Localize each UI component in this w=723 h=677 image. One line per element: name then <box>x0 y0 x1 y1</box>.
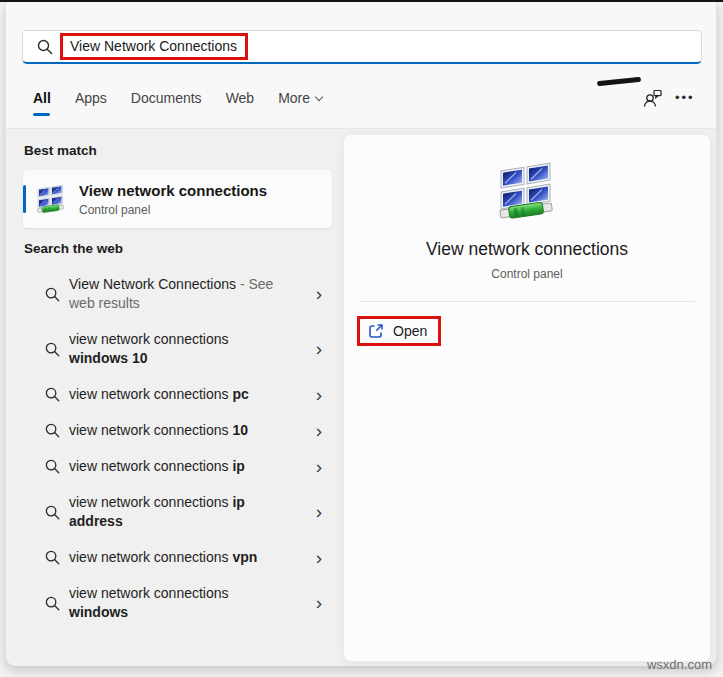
chevron-right-icon: › <box>316 424 322 438</box>
search-suggestion-row-2[interactable]: view network connections pc › <box>24 381 332 408</box>
results-area: Best match View network connections Cont… <box>6 128 716 666</box>
search-suggestion-row-7[interactable]: view network connectionswindows › <box>24 580 332 626</box>
search-suggestion-row-3[interactable]: view network connections 10 › <box>24 417 332 444</box>
chevron-right-icon: › <box>316 505 322 519</box>
suggestion-text: view network connectionswindows 10 <box>69 330 291 368</box>
search-icon <box>44 386 61 403</box>
windows-search-panel: View Network Connections All Apps Docume… <box>0 0 723 677</box>
search-web-list: View Network Connections - Seeweb result… <box>24 271 332 635</box>
tab-more[interactable]: More <box>278 90 323 116</box>
chevron-right-icon: › <box>316 342 322 356</box>
open-button[interactable]: Open <box>357 316 441 346</box>
search-icon <box>36 38 54 56</box>
search-suggestion-row-4[interactable]: view network connections ip › <box>24 453 332 480</box>
suggestion-text: view network connections ipaddress <box>69 493 291 531</box>
best-match-title: View network connections <box>79 182 267 200</box>
search-icon <box>44 549 61 566</box>
selection-accent-bar <box>23 185 26 213</box>
suggestion-text: View Network Connections - Seeweb result… <box>69 275 291 313</box>
search-suggestion-row-5[interactable]: view network connections ipaddress › <box>24 489 332 535</box>
suggestion-text: view network connections pc <box>69 385 291 404</box>
chevron-right-icon: › <box>316 388 322 402</box>
more-options-icon[interactable]: ••• <box>675 90 695 105</box>
tab-documents[interactable]: Documents <box>131 90 202 116</box>
external-link-icon <box>368 323 384 339</box>
suggestion-text: view network connections 10 <box>69 421 291 440</box>
suggestion-text: view network connectionswindows <box>69 584 291 622</box>
search-suggestion-row-6[interactable]: view network connections vpn › <box>24 544 332 571</box>
watermark: wsxdn.com <box>647 657 712 672</box>
chevron-right-icon: › <box>316 551 322 565</box>
tab-apps[interactable]: Apps <box>75 90 107 116</box>
preview-divider <box>359 301 695 302</box>
chevron-right-icon: › <box>316 596 322 610</box>
search-icon <box>44 458 61 475</box>
preview-actions: Open <box>357 316 441 346</box>
open-button-label: Open <box>393 323 427 339</box>
search-flyout-window: View Network Connections All Apps Docume… <box>5 2 717 666</box>
best-match-subtitle: Control panel <box>79 203 267 217</box>
tab-web[interactable]: Web <box>226 90 255 116</box>
chevron-right-icon: › <box>316 460 322 474</box>
search-suggestion-row-1[interactable]: view network connectionswindows 10 › <box>24 326 332 372</box>
tab-all[interactable]: All <box>33 90 51 116</box>
search-icon <box>44 504 61 521</box>
suggestion-text: view network connections vpn <box>69 548 291 567</box>
active-tab-underline <box>33 113 50 116</box>
result-preview-card: View network connections Control panel O… <box>343 134 711 662</box>
best-match-text: View network connections Control panel <box>79 182 267 217</box>
chevron-right-icon: › <box>316 287 322 301</box>
user-account-icon[interactable] <box>642 87 663 113</box>
best-match-heading: Best match <box>24 143 97 158</box>
search-suggestion-row-0[interactable]: View Network Connections - Seeweb result… <box>24 271 332 317</box>
network-connections-icon <box>35 183 67 215</box>
search-icon <box>44 341 61 358</box>
search-annotation-box: View Network Connections <box>60 33 248 60</box>
search-filter-tabs: All Apps Documents Web More <box>33 90 323 116</box>
preview-subtitle: Control panel <box>491 267 562 281</box>
search-icon <box>44 595 61 612</box>
marker-redaction-scribble <box>597 77 641 86</box>
preview-title: View network connections <box>426 239 628 260</box>
chevron-down-icon <box>315 92 323 100</box>
search-icon <box>44 422 61 439</box>
search-web-heading: Search the web <box>24 241 123 256</box>
search-query-text: View Network Connections <box>70 38 237 54</box>
search-icon <box>44 286 61 303</box>
search-input[interactable]: View Network Connections <box>22 30 702 64</box>
network-connections-icon <box>495 159 559 223</box>
suggestion-text: view network connections ip <box>69 457 291 476</box>
best-match-result[interactable]: View network connections Control panel <box>23 170 332 228</box>
